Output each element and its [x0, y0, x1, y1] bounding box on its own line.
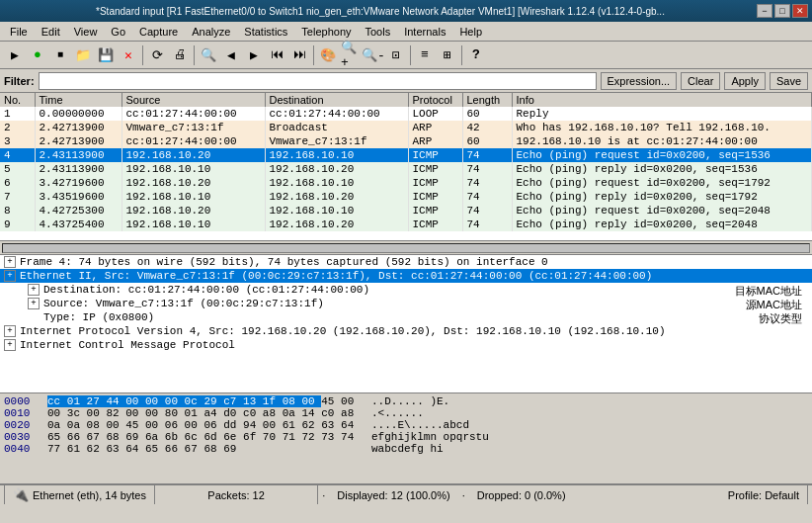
- filter-bar: Filter: Expression... Clear Apply Save: [0, 69, 812, 93]
- table-row[interactable]: 32.42713900cc:01:27:44:00:00Vmware_c7:13…: [0, 134, 812, 148]
- table-cell: 74: [462, 218, 512, 231]
- title-text: *Standard input [R1 FastEthernet0/0 to S…: [4, 6, 757, 17]
- help-button[interactable]: ?: [465, 44, 487, 66]
- expand-icon[interactable]: +: [28, 298, 40, 309]
- table-row[interactable]: 84.42725300192.168.10.20192.168.10.10ICM…: [0, 204, 812, 218]
- apply-filter-button[interactable]: Apply: [724, 72, 766, 90]
- menu-item-edit[interactable]: Edit: [36, 24, 66, 40]
- table-cell: 60: [462, 134, 512, 148]
- save-file-button[interactable]: 💾: [95, 44, 117, 66]
- open-file-button[interactable]: 📁: [72, 44, 94, 66]
- colorize-button[interactable]: 🎨: [317, 44, 339, 66]
- toolbar: ▶ ● ■ 📁 💾 ✕ ⟳ 🖨 🔍 ◀ ▶ ⏮ ⏭ 🎨 🔍+ 🔍- ⊡ ≡ ⊞ …: [0, 42, 812, 69]
- title-bar: *Standard input [R1 FastEthernet0/0 to S…: [0, 0, 812, 22]
- restart-button[interactable]: ■: [49, 44, 71, 66]
- go-forward-button[interactable]: ▶: [243, 44, 265, 66]
- table-cell: Vmware_c7:13:1f: [122, 121, 265, 134]
- expand-icon[interactable]: +: [4, 256, 16, 268]
- zoom-out-button[interactable]: 🔍-: [363, 44, 384, 66]
- save-filter-button[interactable]: Save: [770, 72, 808, 90]
- table-cell: 4: [0, 148, 35, 162]
- table-cell: 2.43113900: [35, 148, 122, 162]
- table-cell: Echo (ping) reply id=0x0200, seq=2048: [512, 218, 812, 231]
- table-cell: 42: [462, 121, 512, 134]
- close-button[interactable]: ✕: [792, 4, 808, 18]
- detail-line-dst-mac[interactable]: +Destination: cc:01:27:44:00:00 (cc:01:2…: [0, 283, 812, 297]
- table-cell: 192.168.10.10: [122, 218, 265, 231]
- table-cell: 192.168.10.10: [122, 190, 265, 204]
- bytes-row: 003065 66 67 68 69 6a 6b 6c 6d 6e 6f 70 …: [4, 431, 808, 443]
- bytes-row: 0000cc 01 27 44 00 00 00 0c 29 c7 13 1f …: [4, 395, 808, 407]
- maximize-button[interactable]: □: [774, 4, 790, 18]
- go-back-button[interactable]: ◀: [220, 44, 242, 66]
- menu-item-internals[interactable]: Internals: [398, 24, 451, 40]
- hscroll-bar[interactable]: [2, 243, 810, 253]
- table-row[interactable]: 94.43725400192.168.10.10192.168.10.20ICM…: [0, 218, 812, 231]
- expand-icon[interactable]: +: [4, 270, 16, 282]
- normal-size-button[interactable]: ⊡: [385, 44, 407, 66]
- find-button[interactable]: 🔍: [198, 44, 219, 66]
- menu-item-statistics[interactable]: Statistics: [238, 24, 293, 40]
- detail-text: Type: IP (0x0800): [43, 311, 154, 323]
- table-cell: 4.43725400: [35, 218, 122, 231]
- table-row[interactable]: 10.00000000cc:01:27:44:00:00cc:01:27:44:…: [0, 107, 812, 121]
- print-button[interactable]: 🖨: [169, 44, 191, 66]
- menu-item-go[interactable]: Go: [105, 24, 131, 40]
- horizontal-scroll[interactable]: [0, 241, 812, 255]
- table-cell: 74: [462, 162, 512, 176]
- detail-line-icmp[interactable]: +Internet Control Message Protocol: [0, 338, 812, 352]
- start-capture-button[interactable]: ▶: [4, 44, 26, 66]
- table-cell: 6: [0, 176, 35, 190]
- detail-line-type[interactable]: Type: IP (0x0800): [0, 310, 812, 324]
- filter-input[interactable]: [39, 72, 597, 90]
- table-row[interactable]: 63.42719600192.168.10.20192.168.10.10ICM…: [0, 176, 812, 190]
- table-row[interactable]: 73.43519600192.168.10.10192.168.10.20ICM…: [0, 190, 812, 204]
- go-first-button[interactable]: ⏮: [266, 44, 287, 66]
- minimize-button[interactable]: −: [757, 4, 772, 18]
- table-row[interactable]: 42.43113900192.168.10.20192.168.10.10ICM…: [0, 148, 812, 162]
- detail-line-ethernet[interactable]: +Ethernet II, Src: Vmware_c7:13:1f (00:0…: [0, 269, 812, 283]
- bytes-ascii: wabcdefg hi: [371, 443, 444, 455]
- expand-icon[interactable]: +: [28, 284, 40, 296]
- clear-filter-button[interactable]: Clear: [681, 72, 720, 90]
- table-cell: Vmware_c7:13:1f: [265, 134, 408, 148]
- table-row[interactable]: 22.42713900Vmware_c7:13:1fBroadcastARP42…: [0, 121, 812, 134]
- col-len: Length: [462, 93, 512, 107]
- menu-item-analyze[interactable]: Analyze: [186, 24, 236, 40]
- detail-text: Destination: cc:01:27:44:00:00 (cc:01:27…: [43, 284, 369, 296]
- bytes-ascii: .<......: [371, 407, 424, 419]
- expression-button[interactable]: Expression...: [601, 72, 678, 90]
- col-time: Time: [35, 93, 122, 107]
- menu-item-tools[interactable]: Tools: [360, 24, 397, 40]
- menu-item-help[interactable]: Help: [453, 24, 488, 40]
- col-proto: Protocol: [408, 93, 462, 107]
- table-cell: 192.168.10.20: [122, 176, 265, 190]
- table-row[interactable]: 52.43113900192.168.10.10192.168.10.20ICM…: [0, 162, 812, 176]
- bytes-offset: 0000: [4, 395, 40, 407]
- table-cell: 192.168.10.10: [122, 162, 265, 176]
- detail-line-frame[interactable]: +Frame 4: 74 bytes on wire (592 bits), 7…: [0, 255, 812, 269]
- menu-bar: FileEditViewGoCaptureAnalyzeStatisticsTe…: [0, 22, 812, 42]
- menu-item-capture[interactable]: Capture: [133, 24, 184, 40]
- detail-line-src-mac[interactable]: +Source: Vmware_c7:13:1f (00:0c:29:c7:13…: [0, 297, 812, 310]
- expand-icon[interactable]: +: [4, 339, 16, 351]
- go-last-button[interactable]: ⏭: [288, 44, 310, 66]
- filter-label: Filter:: [4, 75, 35, 87]
- menu-item-file[interactable]: File: [4, 24, 34, 40]
- bytes-offset: 0040: [4, 443, 40, 455]
- table-cell: Who has 192.168.10.10? Tell 192.168.10.: [512, 121, 812, 134]
- pane-button[interactable]: ⊞: [437, 44, 458, 66]
- menu-item-view[interactable]: View: [68, 24, 104, 40]
- stop-capture-button[interactable]: ●: [27, 44, 48, 66]
- layout-button[interactable]: ≡: [414, 44, 436, 66]
- table-cell: LOOP: [408, 107, 462, 121]
- table-cell: Reply: [512, 107, 812, 121]
- detail-line-ipv4[interactable]: +Internet Protocol Version 4, Src: 192.1…: [0, 324, 812, 338]
- table-cell: 0.00000000: [35, 107, 122, 121]
- zoom-in-button[interactable]: 🔍+: [340, 44, 362, 66]
- bytes-offset: 0020: [4, 419, 40, 431]
- expand-icon[interactable]: +: [4, 325, 16, 337]
- close-file-button[interactable]: ✕: [118, 44, 139, 66]
- menu-item-telephony[interactable]: Telephony: [295, 24, 357, 40]
- reload-button[interactable]: ⟳: [146, 44, 168, 66]
